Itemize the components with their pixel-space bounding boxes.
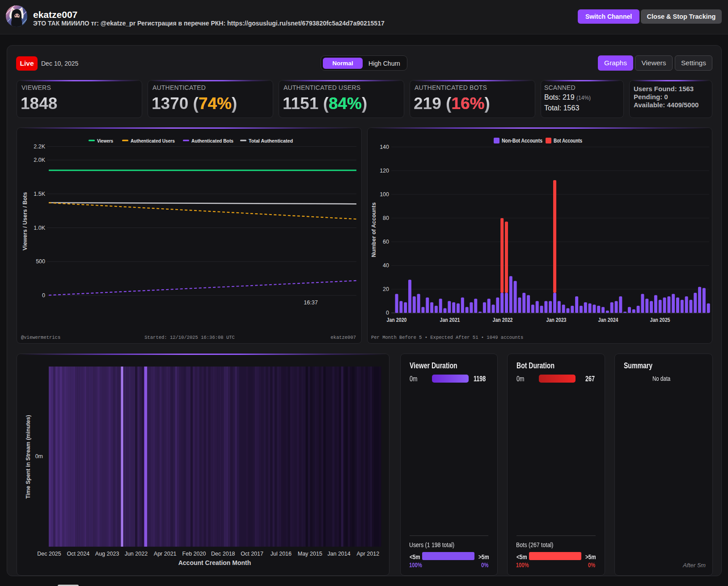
svg-text:Authenticated Bots: Authenticated Bots: [191, 138, 233, 143]
svg-text:140: 140: [380, 144, 389, 150]
svg-text:500: 500: [36, 258, 45, 265]
svg-text:60: 60: [383, 239, 389, 245]
svg-text:Apr 2012: Apr 2012: [356, 551, 379, 557]
svg-text:2.0K: 2.0K: [34, 157, 45, 163]
svg-text:Jun 2022: Jun 2022: [125, 551, 148, 557]
svg-text:@viewermetrics: @viewermetrics: [21, 335, 60, 340]
svg-text:Bot Accounts: Bot Accounts: [554, 138, 582, 144]
svg-text:Oct 2017: Oct 2017: [241, 551, 263, 557]
svg-text:120: 120: [380, 168, 389, 174]
svg-text:Jan 2023: Jan 2023: [546, 317, 567, 323]
svg-text:Apr 2021: Apr 2021: [154, 551, 177, 557]
svg-text:Jan 2025: Jan 2025: [650, 317, 670, 323]
svg-text:Jan 2022: Jan 2022: [493, 317, 513, 323]
svg-text:2.2K: 2.2K: [34, 143, 45, 150]
svg-text:80: 80: [383, 215, 389, 221]
svg-text:Viewers: Viewers: [97, 138, 113, 143]
svg-text:Viewers / Users / Bots: Viewers / Users / Bots: [22, 192, 28, 250]
svg-text:100: 100: [380, 191, 389, 198]
svg-text:0m: 0m: [35, 453, 43, 460]
svg-text:Started: 12/10/2025 16:36:08 U: Started: 12/10/2025 16:36:08 UTC: [144, 335, 235, 340]
svg-text:0: 0: [42, 292, 45, 299]
svg-text:Per Month Before 5 • Expected: Per Month Before 5 • Expected After 51 •…: [371, 335, 523, 340]
svg-text:Jan 2024: Jan 2024: [598, 317, 618, 323]
svg-text:Authenticated Users: Authenticated Users: [131, 138, 175, 143]
svg-text:ekatze007: ekatze007: [330, 335, 356, 340]
svg-text:0: 0: [386, 310, 389, 316]
svg-text:Account Creation Month: Account Creation Month: [178, 559, 251, 566]
svg-text:Total Authenticated: Total Authenticated: [249, 138, 293, 143]
svg-text:16:37: 16:37: [304, 299, 317, 306]
svg-text:Feb 2020: Feb 2020: [182, 551, 206, 557]
svg-text:40: 40: [383, 262, 389, 269]
svg-text:Time Spent in Stream (minutes): Time Spent in Stream (minutes): [25, 415, 31, 498]
svg-text:Jan 2020: Jan 2020: [387, 317, 407, 323]
svg-text:Non-Bot Accounts: Non-Bot Accounts: [502, 138, 542, 144]
svg-text:Jan 2014: Jan 2014: [327, 551, 350, 557]
svg-text:Number of Accounts: Number of Accounts: [371, 202, 377, 257]
svg-text:Jul 2016: Jul 2016: [271, 551, 292, 557]
svg-text:Jan 2021: Jan 2021: [440, 317, 460, 323]
svg-text:Dec 2025: Dec 2025: [37, 551, 61, 557]
svg-text:1.5K: 1.5K: [34, 191, 45, 197]
svg-text:Aug 2023: Aug 2023: [95, 551, 119, 557]
svg-text:May 2015: May 2015: [298, 551, 322, 557]
svg-text:20: 20: [383, 286, 389, 292]
svg-text:Dec 2018: Dec 2018: [211, 551, 235, 557]
svg-text:1.0K: 1.0K: [34, 225, 45, 231]
svg-text:Oct 2024: Oct 2024: [67, 551, 89, 557]
